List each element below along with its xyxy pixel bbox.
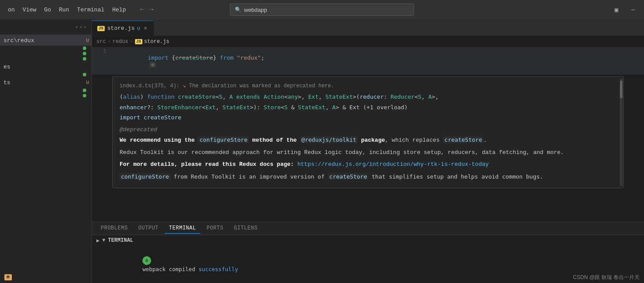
line-number-1: 1 (92, 47, 112, 54)
status-dot-5 (83, 89, 86, 92)
tooltip-func-sig2: enhancer?: StoreEnhancer<Ext, StateExt>)… (120, 103, 616, 112)
sidebar-item-es[interactable]: es (0, 61, 92, 72)
tab-store-js[interactable]: JS store.js U × (92, 21, 154, 36)
sidebar-item-label: src\redux (4, 37, 34, 44)
sidebar-dot-row-5 (0, 88, 92, 93)
terminal-content[interactable]: ⚙ webpack compiled successfully ^C终止批处理操… (92, 246, 644, 283)
tab-ports[interactable]: PORTS (202, 223, 228, 234)
status-dot-3 (83, 57, 86, 61)
window-controls: ▣ — (610, 5, 640, 14)
panel-toggle-button[interactable]: ▣ (610, 5, 623, 14)
menu-view[interactable]: View (19, 5, 40, 15)
sidebar-bottom-badge: M (0, 272, 92, 283)
nav-back-button[interactable]: ← (138, 5, 146, 14)
sidebar-dot-row-6 (0, 93, 92, 98)
terminal-line-1: ⚙ webpack compiled successfully (110, 247, 640, 282)
sidebar-item-ts-label: ts (4, 79, 11, 86)
breadcrumb: src › redux › JS store.js (92, 36, 644, 47)
watermark: CSDN @跟 耿瑞 卷出一片天 (573, 274, 640, 281)
menu-on[interactable]: on (4, 5, 18, 15)
tooltip-link-line: For more details, please read this Redux… (120, 160, 616, 169)
breadcrumb-js-icon: JS (135, 39, 142, 44)
sidebar-dot-row-1 (0, 46, 92, 51)
editor-area: JS store.js U × src › redux › JS store.j… (92, 19, 644, 283)
tab-problems[interactable]: PROBLEMS (96, 223, 132, 234)
tooltip-deprecated-arrow: ↘ (183, 83, 189, 89)
code-editor[interactable]: 1 import {createStore} from "redux"; ⚙ i… (92, 47, 644, 222)
main-container: ··· src\redux U es ts U (0, 19, 644, 283)
breadcrumb-sep-1: › (108, 39, 111, 45)
sidebar-more-button[interactable]: ··· (74, 23, 87, 31)
line-content-1: import {createStore} from "redux"; ⚙ (112, 47, 644, 75)
breadcrumb-filename: store.js (144, 39, 170, 45)
sidebar-item-u-badge: U (86, 38, 89, 43)
sidebar-item-ts-badge: U (86, 80, 89, 85)
terminal-header: ▶ ▼ TERMINAL (92, 235, 644, 246)
tooltip-scrollbar-thumb[interactable] (620, 81, 623, 98)
tab-terminal[interactable]: TERMINAL (165, 223, 201, 234)
menu-help[interactable]: Help (109, 5, 129, 15)
status-dot-1 (83, 47, 86, 50)
terminal-label: TERMINAL (108, 237, 133, 244)
tooltip-deprecated-text: The declaration was marked as deprecated… (189, 83, 334, 89)
sidebar: ··· src\redux U es ts U (0, 19, 92, 283)
terminal-collapse-arrow[interactable]: ▶ (96, 237, 99, 244)
status-dot-2 (83, 52, 86, 55)
sidebar-dot-row-4 (0, 72, 92, 77)
menu-terminal[interactable]: Terminal (74, 5, 108, 15)
sidebar-dot-row-3 (0, 56, 92, 61)
tooltip-desc3: configureStore from Redux Toolkit is an … (120, 172, 616, 181)
bottom-panel: PROBLEMS OUTPUT TERMINAL PORTS GITLENS ▶… (92, 222, 644, 283)
tooltip-link[interactable]: https://redux.js.org/introduction/why-rt… (297, 161, 489, 168)
bottom-tab-bar: PROBLEMS OUTPUT TERMINAL PORTS GITLENS (92, 222, 644, 235)
menu-run[interactable]: Run (55, 5, 72, 15)
tab-close-button[interactable]: × (143, 25, 148, 32)
nav-arrows: ← → (138, 5, 155, 14)
nav-forward-button[interactable]: → (148, 5, 156, 14)
search-bar[interactable]: 🔍 (230, 4, 414, 16)
tooltip-file-ref: index.d.ts(375, 4): ↘ The declaration wa… (120, 82, 616, 90)
status-dot-6 (83, 94, 86, 97)
window-minimize-button[interactable]: — (626, 5, 640, 14)
sidebar-item-es-label: es (4, 64, 11, 70)
sidebar-dot-row-2 (0, 51, 92, 56)
tooltip-scrollbar-track[interactable] (620, 79, 623, 186)
tab-bar: JS store.js U × (92, 19, 644, 36)
titlebar: on View Go Run Terminal Help ← → 🔍 ▣ — (0, 0, 644, 19)
sidebar-header: ··· (0, 19, 92, 35)
breadcrumb-src: src (96, 39, 106, 45)
tab-gitlens[interactable]: GITLENS (230, 223, 262, 234)
tooltip-func-sig: (alias) function createStore<S, A extend… (120, 93, 616, 101)
sidebar-item-ts[interactable]: ts U (0, 77, 92, 88)
sidebar-item-src-redux[interactable]: src\redux U (0, 35, 92, 46)
tab-u-badge: U (137, 26, 140, 31)
menu-bar: on View Go Run Terminal Help (4, 5, 129, 15)
tab-label: store.js (107, 25, 134, 32)
tooltip-desc1: We recommend using the configureStore me… (120, 136, 616, 145)
tab-output[interactable]: OUTPUT (134, 223, 163, 234)
status-dot-4 (83, 73, 86, 76)
tooltip-popup: index.d.ts(375, 4): ↘ The declaration wa… (112, 76, 624, 188)
terminal-success-icon: ⚙ (142, 256, 151, 265)
search-input[interactable] (244, 7, 409, 13)
search-icon: 🔍 (235, 7, 241, 13)
breadcrumb-redux: redux (113, 39, 128, 45)
code-line-1: 1 import {createStore} from "redux"; ⚙ (92, 47, 644, 75)
tooltip-import-line: import createStore (120, 113, 616, 122)
menu-go[interactable]: Go (41, 5, 55, 15)
tooltip-deprecated-tag: @deprecated (120, 125, 616, 134)
tooltip-file-path: index.d.ts(375, 4): (120, 83, 180, 89)
tooltip-desc2: Redux Toolkit is our recommended approac… (120, 148, 616, 157)
breadcrumb-sep-2: › (130, 39, 133, 45)
terminal-expand-arrow[interactable]: ▼ (102, 237, 105, 244)
tab-js-icon: JS (97, 26, 105, 31)
